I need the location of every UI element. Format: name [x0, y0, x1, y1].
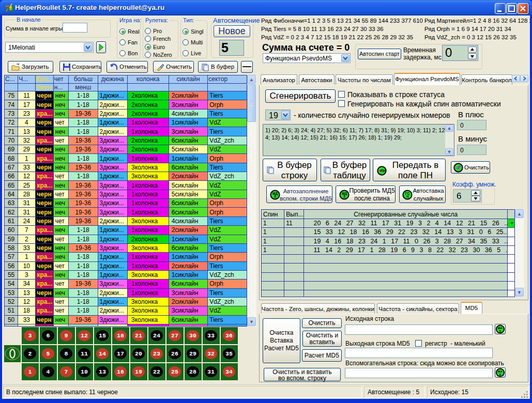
- svg-text:5: 5: [274, 195, 276, 198]
- svg-text:МА: МА: [498, 327, 503, 330]
- svg-text:5: 5: [343, 195, 345, 198]
- svg-text:ПН: ПН: [381, 169, 386, 173]
- svg-text:Ч: Ч: [406, 195, 409, 198]
- svg-text:МА: МА: [498, 370, 503, 373]
